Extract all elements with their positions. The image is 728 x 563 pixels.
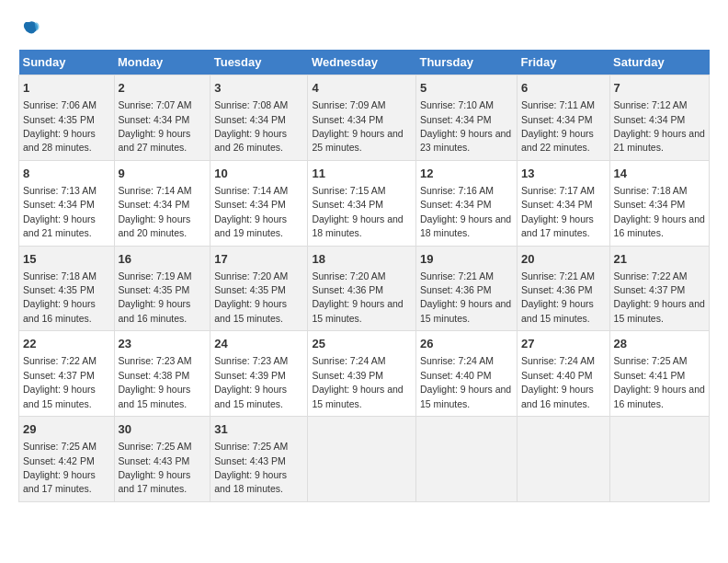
day-cell: 16Sunrise: 7:19 AMSunset: 4:35 PMDayligh… — [114, 246, 210, 331]
page-container: SundayMondayTuesdayWednesdayThursdayFrid… — [18, 18, 710, 502]
day-cell — [308, 417, 416, 502]
day-info: Sunrise: 7:22 AMSunset: 4:37 PMDaylight:… — [23, 355, 97, 408]
day-cell: 14Sunrise: 7:18 AMSunset: 4:34 PMDayligh… — [609, 160, 709, 246]
day-number: 19 — [420, 251, 513, 268]
day-number: 20 — [521, 251, 606, 268]
day-number: 8 — [23, 166, 110, 182]
day-info: Sunrise: 7:12 AMSunset: 4:34 PMDaylight:… — [614, 99, 705, 153]
day-info: Sunrise: 7:20 AMSunset: 4:36 PMDaylight:… — [312, 270, 403, 324]
weekday-header-monday: Monday — [114, 50, 210, 75]
day-cell: 24Sunrise: 7:23 AMSunset: 4:39 PMDayligh… — [210, 331, 308, 417]
day-cell: 9Sunrise: 7:14 AMSunset: 4:34 PMDaylight… — [114, 160, 210, 246]
logo — [18, 18, 44, 40]
day-cell: 1Sunrise: 7:06 AMSunset: 4:35 PMDaylight… — [19, 75, 115, 161]
weekday-header-tuesday: Tuesday — [210, 50, 308, 75]
week-row-2: 8Sunrise: 7:13 AMSunset: 4:34 PMDaylight… — [19, 160, 710, 246]
day-number: 17 — [214, 251, 303, 268]
weekday-header-thursday: Thursday — [415, 50, 517, 75]
day-number: 10 — [214, 166, 303, 182]
weekday-header-saturday: Saturday — [609, 50, 709, 75]
day-number: 23 — [119, 336, 207, 352]
day-cell: 5Sunrise: 7:10 AMSunset: 4:34 PMDaylight… — [415, 75, 517, 161]
day-info: Sunrise: 7:17 AMSunset: 4:34 PMDaylight:… — [521, 185, 595, 238]
day-info: Sunrise: 7:21 AMSunset: 4:36 PMDaylight:… — [420, 270, 511, 324]
day-cell: 3Sunrise: 7:08 AMSunset: 4:34 PMDaylight… — [210, 75, 308, 161]
day-info: Sunrise: 7:23 AMSunset: 4:39 PMDaylight:… — [214, 355, 288, 408]
week-row-5: 29Sunrise: 7:25 AMSunset: 4:42 PMDayligh… — [19, 417, 710, 502]
weekday-header-friday: Friday — [517, 50, 609, 75]
day-cell: 4Sunrise: 7:09 AMSunset: 4:34 PMDaylight… — [308, 75, 416, 161]
day-number: 21 — [614, 251, 705, 268]
day-info: Sunrise: 7:24 AMSunset: 4:40 PMDaylight:… — [521, 355, 595, 408]
day-number: 1 — [23, 80, 110, 97]
day-info: Sunrise: 7:07 AMSunset: 4:34 PMDaylight:… — [119, 99, 192, 153]
day-number: 15 — [23, 251, 110, 268]
day-cell: 6Sunrise: 7:11 AMSunset: 4:34 PMDaylight… — [517, 75, 609, 161]
day-info: Sunrise: 7:21 AMSunset: 4:36 PMDaylight:… — [521, 270, 595, 324]
day-cell — [609, 417, 709, 502]
day-cell: 19Sunrise: 7:21 AMSunset: 4:36 PMDayligh… — [415, 246, 517, 331]
day-info: Sunrise: 7:24 AMSunset: 4:40 PMDaylight:… — [420, 355, 511, 408]
day-cell: 11Sunrise: 7:15 AMSunset: 4:34 PMDayligh… — [308, 160, 416, 246]
day-number: 14 — [614, 166, 705, 182]
day-info: Sunrise: 7:18 AMSunset: 4:34 PMDaylight:… — [614, 185, 705, 238]
day-cell: 28Sunrise: 7:25 AMSunset: 4:41 PMDayligh… — [609, 331, 709, 417]
day-number: 18 — [312, 251, 412, 268]
day-number: 11 — [312, 166, 412, 182]
day-cell: 25Sunrise: 7:24 AMSunset: 4:39 PMDayligh… — [308, 331, 416, 417]
weekday-header-row: SundayMondayTuesdayWednesdayThursdayFrid… — [19, 50, 710, 75]
day-info: Sunrise: 7:14 AMSunset: 4:34 PMDaylight:… — [214, 185, 288, 238]
day-info: Sunrise: 7:10 AMSunset: 4:34 PMDaylight:… — [420, 99, 511, 153]
day-info: Sunrise: 7:11 AMSunset: 4:34 PMDaylight:… — [521, 99, 595, 153]
calendar-table: SundayMondayTuesdayWednesdayThursdayFrid… — [18, 50, 710, 502]
day-info: Sunrise: 7:22 AMSunset: 4:37 PMDaylight:… — [614, 270, 705, 324]
day-info: Sunrise: 7:08 AMSunset: 4:34 PMDaylight:… — [214, 99, 288, 153]
day-info: Sunrise: 7:24 AMSunset: 4:39 PMDaylight:… — [312, 355, 403, 408]
day-cell: 17Sunrise: 7:20 AMSunset: 4:35 PMDayligh… — [210, 246, 308, 331]
day-info: Sunrise: 7:25 AMSunset: 4:43 PMDaylight:… — [214, 441, 288, 494]
day-cell: 22Sunrise: 7:22 AMSunset: 4:37 PMDayligh… — [19, 331, 115, 417]
day-cell: 27Sunrise: 7:24 AMSunset: 4:40 PMDayligh… — [517, 331, 609, 417]
week-row-4: 22Sunrise: 7:22 AMSunset: 4:37 PMDayligh… — [19, 331, 710, 417]
day-info: Sunrise: 7:14 AMSunset: 4:34 PMDaylight:… — [119, 185, 192, 238]
day-cell: 7Sunrise: 7:12 AMSunset: 4:34 PMDaylight… — [609, 75, 709, 161]
day-cell: 2Sunrise: 7:07 AMSunset: 4:34 PMDaylight… — [114, 75, 210, 161]
day-cell: 12Sunrise: 7:16 AMSunset: 4:34 PMDayligh… — [415, 160, 517, 246]
day-number: 13 — [521, 166, 606, 182]
day-cell — [517, 417, 609, 502]
day-number: 26 — [420, 336, 513, 352]
weekday-header-sunday: Sunday — [19, 50, 115, 75]
day-number: 27 — [521, 336, 606, 352]
day-number: 7 — [614, 80, 705, 97]
day-number: 3 — [214, 80, 303, 97]
day-number: 25 — [312, 336, 412, 352]
day-cell: 18Sunrise: 7:20 AMSunset: 4:36 PMDayligh… — [308, 246, 416, 331]
day-number: 24 — [214, 336, 303, 352]
day-info: Sunrise: 7:16 AMSunset: 4:34 PMDaylight:… — [420, 185, 511, 238]
day-cell: 23Sunrise: 7:23 AMSunset: 4:38 PMDayligh… — [114, 331, 210, 417]
day-cell: 30Sunrise: 7:25 AMSunset: 4:43 PMDayligh… — [114, 417, 210, 502]
day-info: Sunrise: 7:19 AMSunset: 4:35 PMDaylight:… — [119, 270, 192, 324]
day-number: 28 — [614, 336, 705, 352]
day-cell: 21Sunrise: 7:22 AMSunset: 4:37 PMDayligh… — [609, 246, 709, 331]
day-number: 31 — [214, 421, 303, 438]
day-cell: 8Sunrise: 7:13 AMSunset: 4:34 PMDaylight… — [19, 160, 115, 246]
day-number: 22 — [23, 336, 110, 352]
day-info: Sunrise: 7:09 AMSunset: 4:34 PMDaylight:… — [312, 99, 403, 153]
day-number: 5 — [420, 80, 513, 97]
day-cell: 15Sunrise: 7:18 AMSunset: 4:35 PMDayligh… — [19, 246, 115, 331]
day-cell: 20Sunrise: 7:21 AMSunset: 4:36 PMDayligh… — [517, 246, 609, 331]
day-cell: 13Sunrise: 7:17 AMSunset: 4:34 PMDayligh… — [517, 160, 609, 246]
day-info: Sunrise: 7:25 AMSunset: 4:43 PMDaylight:… — [119, 441, 192, 494]
day-info: Sunrise: 7:15 AMSunset: 4:34 PMDaylight:… — [312, 185, 403, 238]
day-cell: 26Sunrise: 7:24 AMSunset: 4:40 PMDayligh… — [415, 331, 517, 417]
week-row-3: 15Sunrise: 7:18 AMSunset: 4:35 PMDayligh… — [19, 246, 710, 331]
header — [18, 18, 710, 40]
week-row-1: 1Sunrise: 7:06 AMSunset: 4:35 PMDaylight… — [19, 75, 710, 161]
day-number: 16 — [119, 251, 207, 268]
logo-icon — [18, 18, 40, 40]
day-number: 30 — [119, 421, 207, 438]
day-info: Sunrise: 7:18 AMSunset: 4:35 PMDaylight:… — [23, 270, 97, 324]
day-number: 29 — [23, 421, 110, 438]
day-info: Sunrise: 7:25 AMSunset: 4:41 PMDaylight:… — [614, 355, 705, 408]
